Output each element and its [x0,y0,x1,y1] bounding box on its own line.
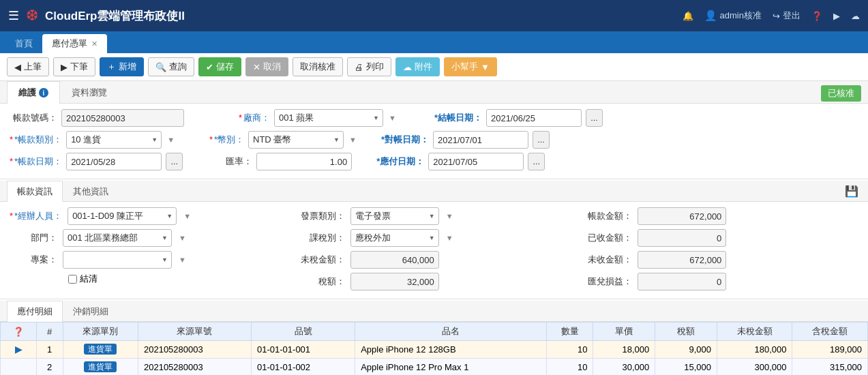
match-date-label: *對帳日期： [381,134,429,146]
unreceived-input [638,251,726,269]
hamburger-icon[interactable]: ☰ [8,8,19,23]
project-row: 專案： ▼ [10,251,284,269]
attach-button[interactable]: ☁ 附件 [395,57,440,76]
invoice-type-wrapper [350,207,439,225]
row-total: 189,000 [792,341,868,359]
table-row[interactable]: 2 進貨單 202105280003 01-01-01-002 Apple iP… [1,359,868,376]
sub-tab-browse[interactable]: 資料瀏覽 [60,81,119,104]
match-date-picker[interactable]: … [533,131,550,149]
info-tab-other[interactable]: 其他資訊 [63,181,119,202]
account-date-input[interactable] [66,153,162,170]
exchange-rate-col: 匯率： [205,153,352,170]
pretax-input [350,251,439,269]
row-num: 1 [36,341,63,359]
save-button[interactable]: ✔ 儲存 [198,57,241,76]
tax-type-input[interactable] [350,229,439,247]
row-item-name: Apple iPhone 12 128GB [355,341,546,359]
account-no-input[interactable] [61,109,184,127]
settle-date-col: *結帳日期： … [434,109,603,127]
section-divider-2 [0,299,868,299]
cancel-icon: ✕ [253,62,260,72]
prev-button[interactable]: ◀ 上筆 [7,57,49,76]
info-tab-account[interactable]: 帳款資訊 [7,181,63,202]
currency-input[interactable] [248,131,344,149]
print-button[interactable]: 🖨 列印 [347,57,391,76]
detail-tab-payable[interactable]: 應付明細 [7,301,63,322]
vendor-dropdown-icon[interactable]: ▼ [389,114,396,122]
manager-dropdown-icon[interactable]: ▼ [183,212,191,220]
helper-button[interactable]: 小幫手 ▼ [444,57,497,76]
invoice-type-row: 發票類別： ▼ [297,207,571,225]
tax-type-dropdown-icon[interactable]: ▼ [446,234,453,242]
form-row-2: *帳款類別： ▼ *幣別： ▼ *對帳日期： … [10,131,858,149]
manager-label: *經辦人員： [10,210,62,222]
save-icon: ✔ [206,62,213,72]
dept-row: 部門： ▼ [10,229,284,247]
account-date-col: *帳款日期： … [10,153,183,170]
cancel-button[interactable]: ✕ 取消 [245,57,288,76]
project-input[interactable] [63,251,172,269]
exchange-rate-input[interactable] [256,153,352,170]
video-icon[interactable]: ▶ [833,11,840,21]
account-type-dropdown-icon[interactable]: ▼ [167,136,175,144]
due-date-input[interactable] [428,153,524,170]
project-wrapper [63,251,172,269]
invoice-type-label: 發票類別： [297,210,345,222]
currency-dropdown-icon[interactable]: ▼ [349,136,357,144]
tax-type-wrapper [350,229,439,247]
account-info-section: *經辦人員： ▼ 部門： ▼ 專案： [0,202,868,297]
col-source-no: 來源單號 [138,322,251,341]
tab-close-icon[interactable]: ✕ [91,40,98,48]
row-arrow: ▶ [1,341,37,359]
help-icon[interactable]: ❓ [811,11,822,21]
vendor-input[interactable] [274,109,383,127]
print-icon: 🖨 [355,62,363,72]
currency-label: *幣別： [196,134,244,146]
add-button[interactable]: ＋ 新增 [100,57,144,76]
tab-home[interactable]: 首頁 [5,34,42,53]
dept-input[interactable] [63,229,172,247]
row-tax: 9,000 [655,341,717,359]
tax-label: 稅額： [297,275,345,288]
detail-tab-offset[interactable]: 沖銷明細 [63,301,119,322]
received-row: 已收金額： [584,229,858,247]
tab-home-label: 首頁 [15,38,33,50]
project-dropdown-icon[interactable]: ▼ [179,256,186,264]
next-button[interactable]: ▶ 下筆 [53,57,95,76]
form-row-1: 帳款號碼： 廠商： ▼ *結帳日期： … [10,109,858,127]
row-item-no: 01-01-01-002 [252,359,355,376]
settle-date-picker[interactable]: … [586,109,603,127]
prev-icon: ◀ [14,62,21,72]
form-row-3: *帳款日期： … 匯率： *應付日期： … [10,153,858,170]
table-row[interactable]: ▶ 1 進貨單 202105280003 01-01-01-001 Apple … [1,341,868,359]
due-date-picker[interactable]: … [528,153,545,170]
account-amount-label: 帳款金額： [584,210,632,222]
settle-date-input[interactable] [486,109,582,127]
upload-icon[interactable]: ☁ [851,11,860,21]
account-type-input[interactable] [66,131,162,149]
dept-label: 部門： [10,232,57,244]
cleared-checkbox[interactable] [68,275,77,284]
logout-button[interactable]: ↪ 登出 [773,10,800,22]
bell-icon[interactable]: 🔔 [683,11,693,21]
tab-voucher[interactable]: 應付憑單 ✕ [42,34,107,53]
col-qty: 數量 [546,322,593,341]
search-button[interactable]: 🔍 查詢 [148,57,194,76]
form-section-1: 帳款號碼： 廠商： ▼ *結帳日期： … *帳款類別 [0,104,868,177]
tab-voucher-label: 應付憑單 [52,38,87,50]
dept-dropdown-icon[interactable]: ▼ [179,234,186,242]
sub-tab-maintain[interactable]: 維護 i [7,81,60,104]
save-disk-icon[interactable]: 💾 [845,185,858,198]
tax-input [350,273,439,290]
account-info-left: *經辦人員： ▼ 部門： ▼ 專案： [10,207,284,295]
account-type-col: *帳款類別： ▼ [10,131,175,149]
match-date-input[interactable] [433,131,528,149]
col-total: 含稅金額 [792,322,868,341]
row-arrow [1,359,37,376]
account-date-picker[interactable]: … [166,153,183,170]
invoice-type-dropdown-icon[interactable]: ▼ [446,212,453,220]
approve-cancel-button[interactable]: 取消核准 [293,57,343,76]
invoice-type-input[interactable] [350,207,439,225]
manager-input[interactable] [68,207,177,225]
section-divider-1 [0,179,868,179]
